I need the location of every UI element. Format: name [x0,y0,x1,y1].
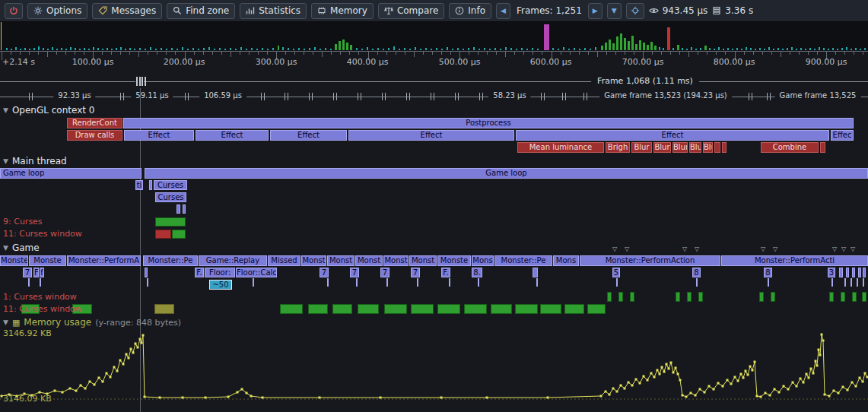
frame-bar[interactable] [431,49,432,50]
subframe-label[interactable]: Game frame 13,523 (194.23 µs) [599,91,732,100]
frame-bar[interactable] [800,48,802,50]
frame-bar[interactable] [293,49,294,50]
timeline-zone[interactable] [714,142,720,153]
frames-overview[interactable] [0,22,868,50]
timeline-zone[interactable]: Monst [327,255,355,266]
frame-bar[interactable] [314,47,316,50]
timeline-zone[interactable]: 5 [612,268,620,277]
frame-bar[interactable] [102,49,103,50]
frame-bar[interactable] [568,49,570,50]
frame-bar[interactable] [367,47,368,50]
frame-bar[interactable] [383,49,384,50]
section-header-game[interactable]: ▼Game [3,242,40,253]
timeline-zone[interactable]: Monst [409,255,437,266]
frame-bar[interactable] [282,47,284,50]
memory-button[interactable]: Memory [311,3,374,19]
frame-bar[interactable] [643,43,645,50]
timeline-zone[interactable] [846,268,849,277]
frame-bar[interactable] [552,48,554,50]
timeline-zone[interactable]: Monste [0,255,28,266]
frame-bar[interactable] [288,48,289,50]
frame-bar[interactable] [150,47,151,50]
frame-bar[interactable] [709,48,711,50]
frame-bar[interactable] [350,45,352,50]
frame-bar[interactable] [107,48,108,50]
timeline-zone[interactable]: Curses [154,180,187,190]
frame-bar[interactable] [84,48,85,50]
frame-bar[interactable] [203,48,205,50]
timeline-zone[interactable] [356,278,358,287]
frame-bar[interactable] [65,49,67,50]
frame-bar[interactable] [686,49,688,50]
frame-bar[interactable] [855,48,857,50]
statistics-button[interactable]: Statistics [240,3,307,19]
frame-bar[interactable] [819,47,820,50]
frame-bar[interactable] [356,48,358,50]
frame-bar[interactable] [677,45,679,50]
frame-bar[interactable] [691,47,692,50]
timeline-zone[interactable]: F. [195,268,204,277]
frame-bar[interactable] [479,49,480,50]
frame-bar[interactable] [256,49,258,50]
timeline-zone[interactable] [768,278,769,287]
timeline-zone[interactable]: ti [135,180,143,190]
timeline-zone[interactable]: Mons [553,255,579,266]
timeline-zone[interactable]: Monster::PerformActi [721,255,868,266]
frame-bar[interactable] [262,48,263,50]
timeline-zone[interactable] [857,278,858,287]
message-marker[interactable]: ▽ [612,246,617,252]
frame-bar[interactable] [372,49,374,50]
frame-bar[interactable] [304,49,305,50]
timeline-zone[interactable]: Effect [124,130,194,141]
plot-label[interactable]: 1: Curses window [3,292,77,302]
next-frame-button[interactable]: ▶ [588,3,603,19]
timeline-zone[interactable]: 8. [472,268,482,277]
frame-bar[interactable] [704,46,707,50]
frame-bar[interactable] [773,49,774,50]
messages-button[interactable]: Messages [92,3,162,19]
message-marker[interactable]: ▽ [832,246,837,252]
frame-bar[interactable] [787,48,788,50]
message-marker[interactable]: ▽ [695,246,699,252]
timeline-zone[interactable]: Blur [703,142,713,153]
subframe-label[interactable]: 92.33 µs [53,91,95,100]
frame-bar[interactable] [246,49,247,50]
timeline-zone[interactable]: Effect [196,130,269,141]
options-button[interactable]: Options [27,3,87,19]
timeline-zone[interactable]: Game::Replay [199,255,267,266]
timeline-zone[interactable] [696,278,698,287]
timeline-zone[interactable] [722,142,727,153]
frame-bar[interactable] [864,48,866,50]
message-marker[interactable]: ▽ [851,246,855,252]
frame-bar[interactable] [88,49,90,50]
frame-bar[interactable] [654,46,657,50]
timeline-zone[interactable] [386,278,388,287]
timeline-zone[interactable]: Curses [155,192,186,202]
frame-bar[interactable] [468,48,469,50]
frame-bar[interactable] [342,40,345,50]
message-marker[interactable]: ▽ [761,246,765,252]
frame-bar[interactable] [682,48,683,50]
frame-bar[interactable] [484,48,485,50]
frame-bar[interactable] [736,48,738,50]
frame-bar[interactable] [224,49,226,50]
timeline-zone[interactable]: Effect [270,130,347,141]
timeline-zone[interactable] [183,204,186,214]
frame-bar[interactable] [832,48,834,50]
timeline-zone[interactable] [820,142,825,153]
frame-bar[interactable] [628,41,630,50]
frame-bar[interactable] [139,48,141,50]
frame-bar[interactable] [116,48,117,50]
subframe-label[interactable]: 106.59 µs [199,91,246,100]
collapse-icon[interactable]: ▼ [3,319,8,326]
frame-bar[interactable] [782,49,784,50]
frame-bar[interactable] [93,47,94,50]
timeline-zone[interactable] [858,268,861,277]
frame-bar[interactable] [574,48,575,50]
frame-bar[interactable] [182,47,183,50]
frame-bar[interactable] [15,47,17,50]
timeline-zone[interactable] [40,278,41,287]
frame-bar[interactable] [639,40,641,50]
timeline-zone[interactable] [478,278,479,287]
timeline-zone[interactable]: Effect [516,130,829,141]
